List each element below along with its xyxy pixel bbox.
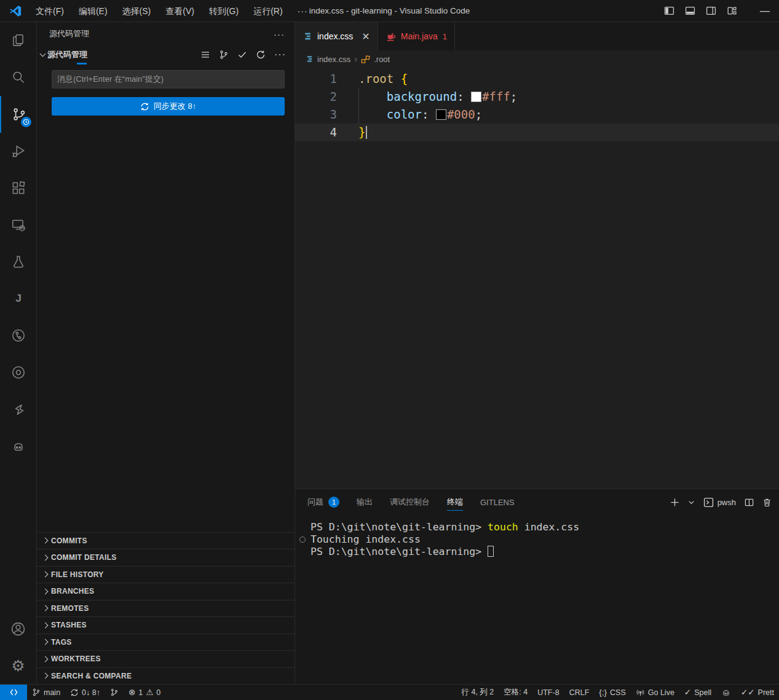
layout-sidebar-right-icon[interactable] <box>700 0 721 22</box>
terminal-line: PS D:\git\note\git-learning> <box>295 546 779 558</box>
chevron-right-icon: › <box>354 53 357 64</box>
scm-section-search-compare[interactable]: SEARCH & COMPARE <box>37 667 295 685</box>
scm-graph-status-icon[interactable] <box>105 685 124 700</box>
menu-file[interactable]: 文件(F) <box>28 0 71 22</box>
menu-more-icon[interactable]: ··· <box>290 6 315 16</box>
git-graph-icon[interactable] <box>0 317 37 354</box>
minimize-icon[interactable]: — <box>751 0 779 22</box>
code-line-4[interactable]: 4} <box>295 124 779 141</box>
scm-graph-icon[interactable] <box>219 50 229 60</box>
remote-indicator[interactable] <box>0 685 27 700</box>
code-line-2[interactable]: 2 background: #fff; <box>295 88 779 106</box>
scm-section-header[interactable]: 源代码管理 ··· <box>37 45 295 64</box>
menu-selection[interactable]: 选择(S) <box>115 0 159 22</box>
chevron-right-icon <box>42 673 49 679</box>
breadcrumb-symbol[interactable]: .root <box>374 55 390 64</box>
commit-check-icon[interactable] <box>237 50 247 60</box>
line-col-status[interactable]: 行 4, 列 2 <box>457 685 499 700</box>
code-line-1[interactable]: 1.root { <box>295 70 779 88</box>
scm-section-remotes[interactable]: REMOTES <box>37 600 295 617</box>
chevron-right-icon <box>42 572 49 578</box>
section-label: COMMITS <box>51 537 87 545</box>
settings-gear-icon[interactable]: ⚙ <box>0 647 37 684</box>
code-token <box>358 108 387 121</box>
section-label: TAGS <box>51 638 72 647</box>
problems-status[interactable]: ⊗ 1 ⚠ 0 <box>124 685 165 700</box>
code-token: ; <box>475 108 482 121</box>
color-swatch[interactable] <box>471 92 481 102</box>
go-live-status[interactable]: Go Live <box>631 685 679 700</box>
layout-customize-icon[interactable] <box>721 0 742 22</box>
code-token <box>358 90 387 103</box>
prettier-status[interactable]: ✓✓ Prett <box>736 685 779 700</box>
breadcrumb-file[interactable]: index.css <box>317 55 350 64</box>
color-swatch[interactable] <box>436 109 446 120</box>
eol-status[interactable]: CRLF <box>564 685 595 700</box>
code-line-3[interactable]: 3 color: #000; <box>295 106 779 124</box>
copilot-status[interactable] <box>716 685 736 700</box>
split-terminal-icon[interactable] <box>745 498 754 507</box>
section-label: REMOTES <box>51 604 89 613</box>
scm-section-worktrees[interactable]: WORKTREES <box>37 650 295 667</box>
menu-goto[interactable]: 转到(G) <box>202 0 246 22</box>
spell-status[interactable]: ✓ Spell <box>679 685 716 700</box>
java-project-icon[interactable]: J <box>0 280 37 317</box>
sync-changes-button[interactable]: 同步更改 8↑ <box>52 97 285 116</box>
layout-panel-icon[interactable] <box>679 0 700 22</box>
accounts-icon[interactable] <box>0 610 37 647</box>
indent-guide <box>358 106 359 124</box>
tab-output[interactable]: 输出 <box>357 489 373 515</box>
refresh-icon[interactable] <box>256 50 266 60</box>
gitlens-icon[interactable] <box>0 391 37 428</box>
run-debug-icon[interactable] <box>0 133 37 170</box>
language-status[interactable]: {;} CSS <box>594 685 630 700</box>
symbol-class-icon <box>361 55 370 64</box>
command-decoration-icon[interactable] <box>299 537 306 543</box>
trash-icon[interactable] <box>762 498 772 507</box>
tab-gitlens[interactable]: GITLENS <box>480 489 515 515</box>
new-terminal-icon[interactable] <box>670 498 679 507</box>
scm-section-stashes[interactable]: STASHES <box>37 616 295 634</box>
terminal-content[interactable]: PS D:\git\note\git-learning> touch index… <box>295 515 779 684</box>
encoding-status[interactable]: UTF-8 <box>532 685 564 700</box>
indentation-status[interactable]: 空格: 4 <box>499 685 532 700</box>
close-icon[interactable]: ✕ <box>362 31 370 42</box>
tab-problems[interactable]: 问题 1 <box>307 489 339 515</box>
terminal-instance[interactable]: pwsh <box>703 497 736 508</box>
tab-terminal[interactable]: 终端 <box>447 489 463 515</box>
source-control-icon[interactable] <box>0 96 37 133</box>
broadcast-icon <box>636 688 645 697</box>
bottom-panel: 问题 1 输出 调试控制台 终端 GITLENS pwsh <box>295 489 779 684</box>
explorer-icon[interactable] <box>0 22 37 59</box>
branch-status[interactable]: main <box>27 685 65 700</box>
tab-main-java[interactable]: Main.java 1 <box>378 22 455 50</box>
tab-index-css[interactable]: index.css ✕ <box>295 22 378 50</box>
scm-section-commit-details[interactable]: COMMIT DETAILS <box>37 549 295 566</box>
robot-icon[interactable] <box>0 428 37 465</box>
scm-more-icon[interactable]: ··· <box>274 49 286 60</box>
code-editor[interactable]: 1.root {2 background: #fff;3 color: #000… <box>295 68 779 489</box>
menu-run[interactable]: 运行(R) <box>246 0 290 22</box>
scm-section-commits[interactable]: COMMITS <box>37 532 295 549</box>
view-as-list-icon[interactable] <box>200 50 210 60</box>
sidebar-more-icon[interactable]: ··· <box>274 29 285 39</box>
menu-edit[interactable]: 编辑(E) <box>71 0 115 22</box>
scm-section-branches[interactable]: BRANCHES <box>37 583 295 600</box>
tab-debug-console[interactable]: 调试控制台 <box>390 489 430 515</box>
branch-icon <box>32 688 41 697</box>
extensions-icon[interactable] <box>0 170 37 206</box>
testing-beaker-icon[interactable] <box>0 243 37 280</box>
scm-section-file-history[interactable]: FILE HISTORY <box>37 566 295 583</box>
menu-view[interactable]: 查看(V) <box>158 0 202 22</box>
layout-sidebar-left-icon[interactable] <box>658 0 679 22</box>
tab-problems-badge: 1 <box>443 32 447 41</box>
chevron-right-icon <box>42 656 49 662</box>
scm-section-tags[interactable]: TAGS <box>37 634 295 651</box>
terminal-dropdown-icon[interactable] <box>688 499 695 506</box>
search-icon[interactable] <box>0 59 37 96</box>
target-circle-icon[interactable] <box>0 354 37 391</box>
remote-explorer-icon[interactable] <box>0 206 37 243</box>
editor-cursor <box>366 126 367 139</box>
commit-message-input[interactable]: 消息(Ctrl+Enter 在“main”提交) <box>52 70 285 88</box>
sync-status[interactable]: 0↓ 8↑ <box>65 685 105 700</box>
